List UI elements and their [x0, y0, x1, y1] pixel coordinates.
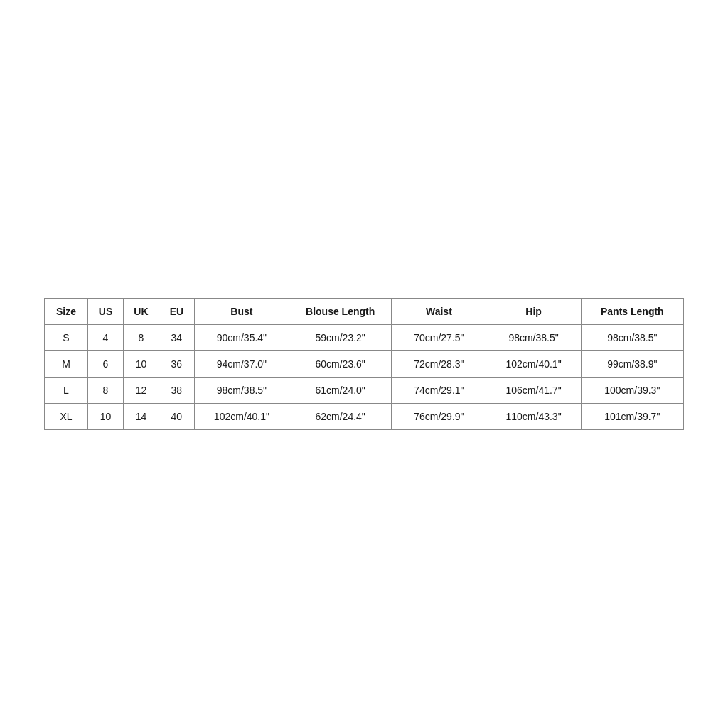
cell-eu: 40	[159, 404, 194, 430]
size-chart-container: Size US UK EU Bust Blouse Length Waist H…	[44, 298, 684, 430]
cell-eu: 36	[159, 351, 194, 378]
header-us: US	[88, 299, 124, 325]
cell-waist: 74cm/29.1"	[392, 378, 486, 404]
header-size: Size	[45, 299, 88, 325]
cell-size: XL	[45, 404, 88, 430]
header-hip: Hip	[486, 299, 581, 325]
cell-waist: 72cm/28.3"	[392, 351, 486, 378]
cell-waist: 76cm/29.9"	[392, 404, 486, 430]
cell-bust: 98cm/38.5"	[194, 378, 289, 404]
cell-pants-length: 101cm/39.7"	[581, 404, 683, 430]
cell-blouse-length: 59cm/23.2"	[289, 325, 392, 351]
table-row: L8123898cm/38.5"61cm/24.0"74cm/29.1"106c…	[45, 378, 684, 404]
cell-eu: 38	[159, 378, 194, 404]
cell-us: 8	[88, 378, 124, 404]
table-row: S483490cm/35.4"59cm/23.2"70cm/27.5"98cm/…	[45, 325, 684, 351]
cell-size: M	[45, 351, 88, 378]
header-eu: EU	[159, 299, 194, 325]
cell-uk: 12	[123, 378, 159, 404]
cell-us: 4	[88, 325, 124, 351]
cell-blouse-length: 60cm/23.6"	[289, 351, 392, 378]
cell-bust: 94cm/37.0"	[194, 351, 289, 378]
cell-bust: 102cm/40.1"	[194, 404, 289, 430]
table-header-row: Size US UK EU Bust Blouse Length Waist H…	[45, 299, 684, 325]
cell-uk: 14	[123, 404, 159, 430]
table-row: M6103694cm/37.0"60cm/23.6"72cm/28.3"102c…	[45, 351, 684, 378]
cell-hip: 106cm/41.7"	[486, 378, 581, 404]
cell-us: 6	[88, 351, 124, 378]
cell-uk: 10	[123, 351, 159, 378]
cell-bust: 90cm/35.4"	[194, 325, 289, 351]
cell-hip: 98cm/38.5"	[486, 325, 581, 351]
size-chart-table: Size US UK EU Bust Blouse Length Waist H…	[44, 298, 684, 430]
cell-us: 10	[88, 404, 124, 430]
cell-waist: 70cm/27.5"	[392, 325, 486, 351]
cell-blouse-length: 61cm/24.0"	[289, 378, 392, 404]
header-uk: UK	[123, 299, 159, 325]
cell-hip: 110cm/43.3"	[486, 404, 581, 430]
header-bust: Bust	[194, 299, 289, 325]
header-waist: Waist	[392, 299, 486, 325]
cell-pants-length: 98cm/38.5"	[581, 325, 683, 351]
cell-pants-length: 99cm/38.9"	[581, 351, 683, 378]
cell-blouse-length: 62cm/24.4"	[289, 404, 392, 430]
cell-eu: 34	[159, 325, 194, 351]
cell-hip: 102cm/40.1"	[486, 351, 581, 378]
header-pants-length: Pants Length	[581, 299, 683, 325]
cell-size: S	[45, 325, 88, 351]
header-blouse-length: Blouse Length	[289, 299, 392, 325]
cell-uk: 8	[123, 325, 159, 351]
table-row: XL101440102cm/40.1"62cm/24.4"76cm/29.9"1…	[45, 404, 684, 430]
cell-size: L	[45, 378, 88, 404]
cell-pants-length: 100cm/39.3"	[581, 378, 683, 404]
